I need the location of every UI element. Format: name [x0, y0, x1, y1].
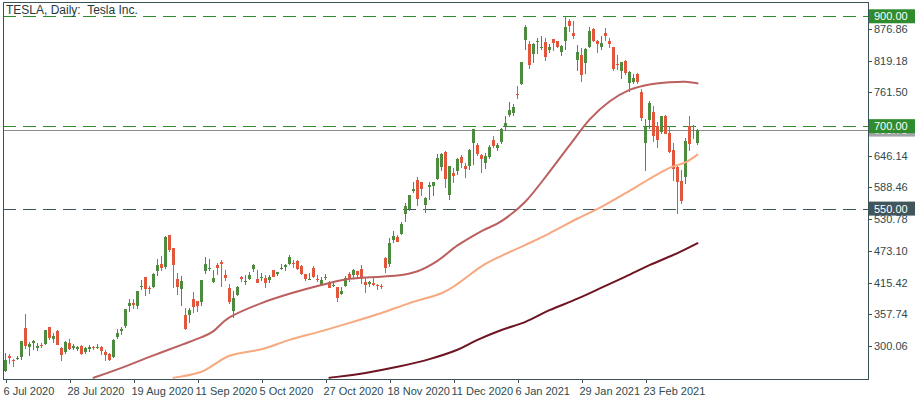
candle-body: [308, 279, 311, 280]
candle-body: [400, 224, 403, 234]
candle-body: [292, 263, 295, 264]
candle-body: [432, 182, 435, 186]
price-tick-label: 646.14: [874, 150, 908, 162]
candle-body: [480, 155, 483, 159]
candles-layer: [4, 16, 699, 372]
candle-body: [676, 167, 679, 182]
candlestick-chart[interactable]: 876.86819.18761.50646.14588.46530.78473.…: [0, 0, 915, 400]
time-tick-label: 28 Jul 2020: [68, 385, 125, 397]
candle-body: [244, 281, 247, 283]
candle-body: [80, 346, 83, 353]
candle-body: [652, 112, 655, 136]
candle-body: [640, 92, 643, 118]
candle-body: [272, 270, 275, 277]
candle-body: [388, 243, 391, 264]
mt4-chart-window: TESLA, Daily: Tesla Inc. 876.86819.18761…: [0, 0, 915, 400]
candle-body: [180, 281, 183, 290]
time-tick-label: 29 Jan 2021: [580, 385, 641, 397]
svg-text:550.00: 550.00: [874, 203, 908, 215]
candle-body: [260, 277, 263, 278]
candle-body: [236, 287, 239, 295]
candle-body: [128, 303, 131, 306]
time-tick-label: 11 Dec 2020: [452, 385, 514, 397]
candle-body: [520, 62, 523, 83]
time-tick-label: 23 Feb 2021: [644, 385, 706, 397]
candle-body: [124, 309, 127, 326]
time-tick-label: 6 Jul 2020: [4, 385, 55, 397]
candle-body: [368, 282, 371, 285]
candle-body: [508, 110, 511, 116]
candle-body: [460, 157, 463, 162]
price-axis[interactable]: 876.86819.18761.50646.14588.46530.78473.…: [868, 9, 915, 352]
candle-body: [248, 275, 251, 279]
candle-body: [276, 272, 279, 274]
candle-body: [448, 166, 451, 195]
svg-text:900.00: 900.00: [874, 10, 908, 22]
time-tick-label: 5 Oct 2020: [260, 385, 314, 397]
plot-area[interactable]: [3, 16, 868, 378]
candle-body: [240, 277, 243, 279]
candle-body: [636, 74, 639, 82]
candle-body: [572, 33, 575, 36]
price-tick-label: 473.10: [874, 245, 908, 257]
candle-body: [688, 126, 691, 144]
candle-body: [208, 268, 211, 269]
candle-body: [140, 286, 143, 287]
candle-body: [108, 354, 111, 360]
candle-body: [52, 336, 55, 339]
candle-body: [580, 55, 583, 75]
candle-body: [532, 44, 535, 54]
candle-body: [72, 346, 75, 348]
candle-body: [332, 285, 335, 286]
time-axis[interactable]: 6 Jul 202028 Jul 202019 Aug 202011 Sep 2…: [4, 379, 706, 397]
candle-body: [156, 265, 159, 271]
ma-fast-line[interactable]: [94, 82, 698, 378]
candle-body: [492, 140, 495, 146]
candle-body: [340, 291, 343, 295]
candle-body: [408, 195, 411, 208]
candle-body: [632, 78, 635, 82]
candle-body: [120, 329, 123, 331]
candle-body: [20, 341, 23, 357]
candle-body: [592, 29, 595, 41]
candle-body: [28, 344, 31, 347]
candle-body: [392, 236, 395, 240]
price-tick-label: 761.50: [874, 86, 908, 98]
level-lines-layer[interactable]: [3, 17, 868, 209]
candle-body: [188, 310, 191, 315]
candle-body: [224, 275, 227, 278]
candle-body: [364, 282, 367, 285]
candle-body: [436, 158, 439, 178]
candle-body: [284, 265, 287, 267]
candle-body: [136, 291, 139, 306]
candle-body: [40, 345, 43, 346]
candle-body: [648, 103, 651, 120]
candle-body: [620, 62, 623, 70]
candle-body: [356, 271, 359, 274]
price-tick-label: 819.18: [874, 55, 908, 67]
time-tick-label: 11 Sep 2020: [196, 385, 258, 397]
candle-body: [396, 237, 399, 242]
candle-body: [204, 264, 207, 271]
candle-body: [656, 126, 659, 139]
candle-body: [192, 299, 195, 307]
candle-body: [692, 126, 695, 127]
candle-body: [212, 278, 215, 282]
candle-body: [484, 156, 487, 164]
candle-body: [604, 33, 607, 36]
candle-body: [164, 237, 167, 267]
candle-body: [444, 152, 447, 179]
candle-body: [60, 348, 63, 355]
candle-body: [312, 268, 315, 276]
candle-body: [380, 286, 383, 287]
candle-body: [316, 279, 319, 280]
time-tick-label: 27 Oct 2020: [324, 385, 384, 397]
candle-body: [296, 261, 299, 269]
candle-body: [600, 43, 603, 47]
candle-body: [4, 360, 7, 370]
candle-body: [488, 147, 491, 157]
candle-body: [88, 347, 91, 349]
candle-body: [644, 127, 647, 143]
candle-body: [304, 274, 307, 279]
level-label-900.00: 900.00: [869, 9, 915, 23]
